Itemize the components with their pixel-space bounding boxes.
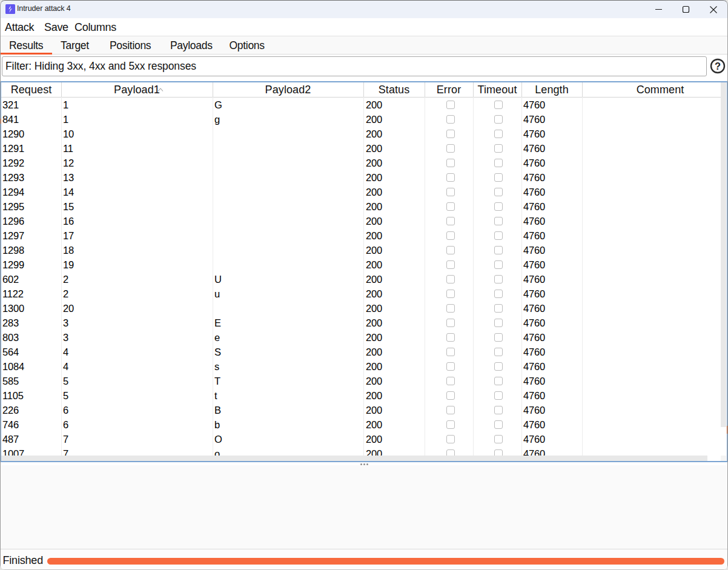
svg-text:?: ? <box>715 61 721 71</box>
